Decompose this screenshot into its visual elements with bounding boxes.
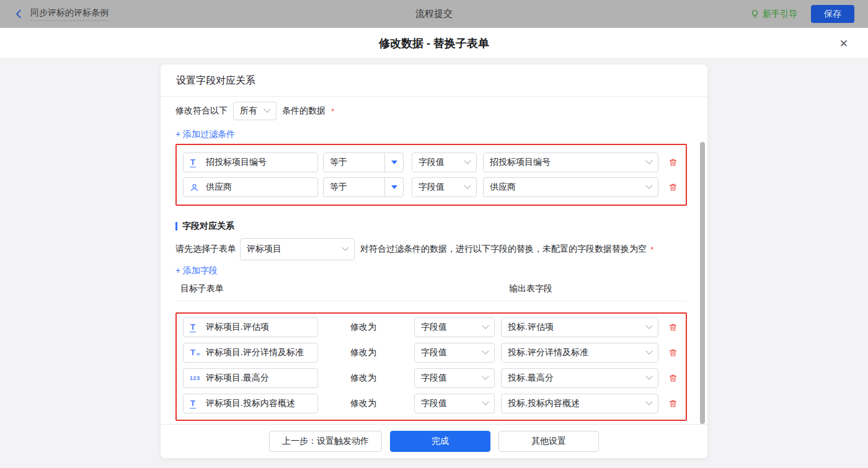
field-mapping-row: T 评标项目.评估项 修改为 字段值 投标.评估项 (183, 317, 680, 337)
filter-field-box[interactable]: 供应商 (183, 177, 318, 197)
target-field-label: 评标项目.最高分 (206, 373, 269, 384)
column-target-subform: 目标子表单 (180, 283, 224, 294)
operator-select[interactable]: 等于 (323, 177, 404, 197)
modify-as-label: 修改为 (350, 373, 414, 384)
other-settings-button[interactable]: 其他设置 (498, 431, 599, 452)
match-mode-select[interactable]: 所有 (233, 102, 277, 120)
filter-condition-row: T 招投标项目编号 等于 字段值 招投标项目编号 (183, 152, 680, 172)
delete-row-icon[interactable] (666, 399, 680, 408)
filter-field-label: 供应商 (206, 182, 232, 193)
delete-row-icon[interactable] (666, 322, 680, 332)
chevron-down-icon (645, 322, 652, 329)
filter-condition-row: 供应商 等于 字段值 供应商 (183, 177, 680, 197)
value-type-select[interactable]: 字段值 (414, 368, 495, 388)
save-button[interactable]: 保存 (811, 5, 854, 23)
target-field-label: 评标项目.评分详情及标准 (206, 347, 304, 358)
topbar: 同步评标的评标条例 流程提交 新手引导 保存 (0, 0, 868, 28)
beginner-guide-link[interactable]: 新手引导 (750, 9, 797, 20)
chevron-down-icon (482, 399, 489, 405)
member-field-icon (190, 183, 202, 192)
lightbulb-icon (750, 9, 760, 19)
filter-field-label: 招投标项目编号 (206, 157, 267, 168)
target-field-label: 评标项目.评估项 (206, 322, 269, 333)
output-field-select[interactable]: 投标.评估项 (501, 317, 658, 337)
chevron-down-icon (264, 106, 270, 113)
modify-as-label: 修改为 (350, 347, 414, 358)
chevron-down-icon (464, 157, 471, 164)
target-field-box[interactable]: T 评标项目.评估项 (183, 317, 318, 337)
required-mark: * (650, 245, 653, 254)
chevron-down-icon (342, 244, 348, 251)
text-field-icon: T (190, 323, 202, 332)
chevron-down-icon (645, 157, 652, 164)
delete-row-icon[interactable] (666, 182, 680, 192)
target-field-box[interactable]: T 评标项目.投标内容概述 (183, 394, 318, 413)
scrollbar-thumb[interactable] (700, 142, 705, 424)
target-field-box[interactable]: T= 评标项目.评分详情及标准 (183, 343, 318, 363)
chevron-down-icon (645, 182, 652, 189)
value-type-select[interactable]: 字段值 (412, 177, 477, 197)
guide-label: 新手引导 (763, 9, 797, 20)
field-mapping-panel: 设置字段对应关系 修改符合以下 所有 条件的数据 * + 添加过滤条件 T 招投 (161, 64, 707, 458)
chevron-down-icon (384, 153, 403, 172)
chevron-down-icon (482, 322, 489, 329)
chevron-down-icon (645, 399, 652, 405)
value-type-select[interactable]: 字段值 (414, 343, 495, 363)
delete-row-icon[interactable] (666, 157, 680, 167)
field-mapping-row: T 评标项目.投标内容概述 修改为 字段值 投标.投标内容概述 (183, 394, 680, 413)
chevron-down-icon (482, 373, 489, 380)
operator-label: 等于 (324, 178, 384, 196)
done-button[interactable]: 完成 (390, 431, 490, 452)
value-select[interactable]: 招投标项目编号 (483, 152, 658, 172)
chevron-down-icon (384, 178, 403, 196)
back-icon[interactable] (14, 9, 24, 19)
modify-as-label: 修改为 (350, 322, 414, 333)
text-field-icon: T (190, 399, 202, 408)
output-field-select[interactable]: 投标.最高分 (501, 368, 658, 388)
output-field-select[interactable]: 投标.评分详情及标准 (501, 343, 658, 363)
target-field-label: 评标项目.投标内容概述 (206, 398, 295, 409)
chevron-down-icon (645, 348, 652, 355)
value-select[interactable]: 供应商 (483, 177, 658, 197)
mapping-section-title: 字段对应关系 (182, 221, 234, 232)
modal-title: 修改数据 - 替换子表单 (379, 36, 489, 51)
text-field-icon: T (190, 158, 202, 167)
modify-as-label: 修改为 (350, 398, 414, 409)
section-marker (175, 222, 177, 231)
operator-select[interactable]: 等于 (323, 152, 404, 172)
mapping-description: 对符合过滤条件的数据，进行以下字段的替换，未配置的字段数据替换为空 (360, 244, 647, 255)
output-field-select[interactable]: 投标.投标内容概述 (501, 394, 658, 413)
chevron-down-icon (482, 348, 489, 355)
page-title: 流程提交 (415, 8, 453, 20)
textarea-field-icon: T= (190, 348, 202, 358)
operator-label: 等于 (324, 153, 384, 172)
filter-prefix-label: 修改符合以下 (175, 105, 228, 117)
delete-row-icon[interactable] (666, 373, 680, 383)
add-field-link[interactable]: + 添加字段 (175, 265, 218, 276)
modify-data-modal: 修改数据 - 替换子表单 ✕ 设置字段对应关系 修改符合以下 所有 条件的数据 … (0, 28, 868, 468)
field-mapping-group: T 评标项目.评估项 修改为 字段值 投标.评估项 T= 评标项目.评分详情及标… (175, 312, 687, 421)
value-type-select[interactable]: 字段值 (414, 394, 495, 413)
filter-field-box[interactable]: T 招投标项目编号 (183, 152, 318, 172)
filter-suffix-label: 条件的数据 (282, 105, 326, 117)
previous-step-button[interactable]: 上一步：设置触发动作 (269, 431, 382, 452)
flow-title[interactable]: 同步评标的评标条例 (30, 7, 108, 21)
delete-row-icon[interactable] (666, 348, 680, 358)
chevron-down-icon (645, 373, 652, 380)
chevron-down-icon (464, 182, 471, 189)
filter-conditions-group: T 招投标项目编号 等于 字段值 招投标项目编号 供应商 等于 字段值 (175, 144, 687, 206)
subform-label: 请先选择子表单 (175, 244, 236, 255)
subform-select[interactable]: 评标项目 (240, 238, 355, 260)
close-icon[interactable]: ✕ (839, 38, 848, 48)
add-filter-condition-link[interactable]: + 添加过滤条件 (175, 129, 235, 140)
column-output-field: 输出表字段 (509, 283, 552, 294)
field-mapping-row: T= 评标项目.评分详情及标准 修改为 字段值 投标.评分详情及标准 (183, 343, 680, 363)
value-type-select[interactable]: 字段值 (412, 152, 477, 172)
field-mapping-row: 123 评标项目.最高分 修改为 字段值 投标.最高分 (183, 368, 680, 388)
required-mark: * (331, 107, 334, 116)
value-type-select[interactable]: 字段值 (414, 317, 495, 337)
number-field-icon: 123 (190, 376, 202, 381)
target-field-box[interactable]: 123 评标项目.最高分 (183, 368, 318, 388)
panel-header: 设置字段对应关系 (161, 64, 707, 97)
